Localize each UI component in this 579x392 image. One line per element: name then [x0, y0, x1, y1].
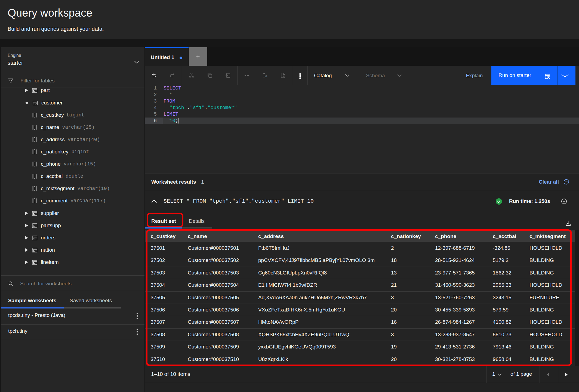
svg-text:a: a [265, 74, 267, 78]
